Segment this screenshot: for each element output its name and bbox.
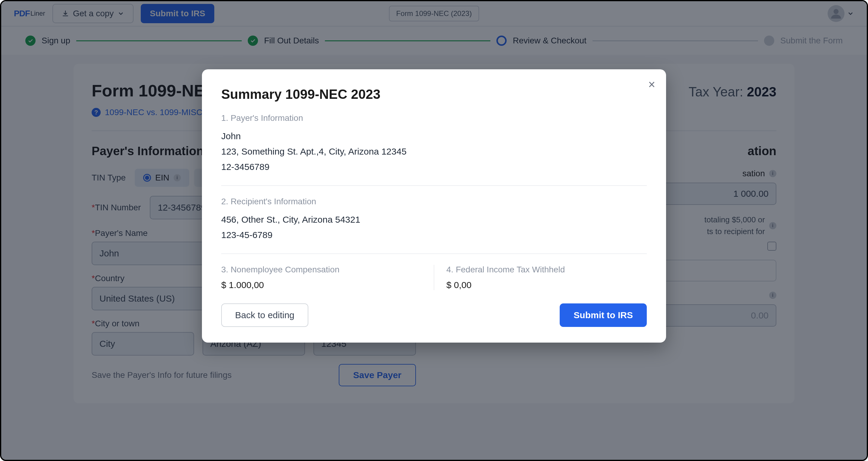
modal-withheld-label: 4. Federal Income Tax Withheld [446, 265, 647, 275]
modal-payer-address: 123, Something St. Apt.,4, City, Arizona… [221, 144, 647, 159]
modal-recipient-address: 456, Other St., City, Arizona 54321 [221, 212, 647, 227]
modal-submit-irs-button[interactable]: Submit to IRS [560, 303, 647, 327]
close-icon[interactable]: × [648, 78, 655, 90]
modal-payer-name: John [221, 128, 647, 144]
modal-comp-value: $ 1.000,00 [221, 280, 422, 290]
modal-recipient-label: 2. Recipient's Information [221, 197, 647, 206]
modal-payer-label: 1. Payer's Information [221, 113, 647, 123]
divider [221, 253, 647, 254]
modal-title: Summary 1099-NEC 2023 [221, 87, 647, 102]
back-to-editing-button[interactable]: Back to editing [221, 303, 308, 327]
modal-comp-label: 3. Nonemployee Compensation [221, 265, 422, 275]
summary-modal: × Summary 1099-NEC 2023 1. Payer's Infor… [202, 69, 666, 343]
modal-withheld-value: $ 0,00 [446, 280, 647, 290]
divider [221, 185, 647, 186]
modal-recipient-tin: 123-45-6789 [221, 227, 647, 243]
modal-payer-tin: 12-3456789 [221, 159, 647, 175]
modal-overlay: × Summary 1099-NEC 2023 1. Payer's Infor… [1, 1, 867, 460]
